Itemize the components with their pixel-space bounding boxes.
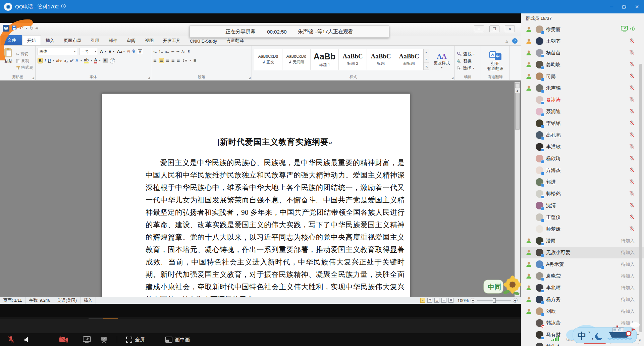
member-row[interactable]: 无敌小可爱待加入	[521, 247, 644, 258]
draft-view-button[interactable]: ☰	[448, 298, 453, 303]
paragraph-dialog-launcher[interactable]: ◢	[248, 76, 251, 80]
member-row[interactable]: 王蕴仪	[521, 211, 644, 223]
fullscreen-button[interactable]: 全屏	[126, 336, 145, 343]
grow-font-button[interactable]: A▲	[100, 49, 107, 54]
member-row[interactable]: 袁晓莹待加入	[521, 270, 644, 282]
styles-scroll-down-icon[interactable]: ▼	[424, 56, 429, 63]
member-row[interactable]: 杨苗苗	[521, 47, 644, 59]
shrink-font-button[interactable]: A▼	[109, 50, 115, 54]
member-row[interactable]: 王朝齐	[521, 35, 644, 47]
member-row[interactable]: 李铭铭	[521, 117, 644, 129]
tab-CNKI E-Study[interactable]: CNKI E-Study	[185, 37, 222, 45]
undo-icon[interactable]: ↶	[19, 25, 23, 31]
font-size-select[interactable]: 三号▾	[79, 48, 98, 55]
document-page[interactable]: |新时代爱国主义教育实施纲要↵ 爱国主义是中华民族的民族心、民族魂，是中华民族最…	[102, 93, 410, 297]
distribute-icon[interactable]: ☰	[177, 58, 180, 63]
ribbon-collapse-icon[interactable]: △	[505, 39, 508, 43]
insert-mode-indicator[interactable]: 插入	[80, 297, 96, 304]
styles-scroll-up-icon[interactable]: ▲	[424, 49, 429, 56]
phonetic-guide-icon[interactable]: 变	[131, 49, 136, 54]
shading-icon[interactable]: ◔	[189, 59, 192, 63]
save-icon[interactable]	[12, 25, 17, 31]
style-标题[interactable]: AaBbC标题	[367, 49, 395, 70]
member-row[interactable]: 刘欣待加入	[521, 305, 644, 317]
language-indicator[interactable]: 英语(美国)	[54, 297, 80, 304]
strikethrough-button[interactable]: abc	[56, 59, 62, 63]
styles-more-icon[interactable]: ▼̲	[424, 63, 429, 70]
style-标题 2[interactable]: AaBbC标题 2	[339, 49, 367, 70]
change-styles-button[interactable]: AA 更改样式 ▾	[431, 47, 452, 75]
member-row[interactable]: 沈清	[521, 200, 644, 211]
查找-button[interactable]: 查找▾	[457, 51, 479, 57]
word-minimize-button[interactable]: ─	[474, 26, 484, 32]
line-spacing-icon[interactable]: ⇕≡	[182, 58, 187, 63]
outline-view-button[interactable]: ≣	[441, 298, 446, 303]
qq-minimize-button[interactable]: ─	[606, 2, 616, 11]
numbering-icon[interactable]: 1≡	[159, 50, 163, 54]
char-shading-icon[interactable]: A	[103, 58, 108, 63]
increase-indent-icon[interactable]: ⇥	[176, 49, 179, 54]
microphone-muted-button[interactable]	[7, 336, 15, 344]
member-row[interactable]: 聂润迪	[521, 106, 644, 117]
tab-开发工具[interactable]: 开发工具	[158, 36, 185, 45]
speaker-button[interactable]	[23, 336, 30, 343]
camera-muted-button[interactable]	[59, 336, 68, 343]
clipboard-dialog-launcher[interactable]: ◢	[32, 76, 34, 80]
word-app-icon[interactable]: W	[3, 25, 9, 32]
document-title[interactable]: |新时代爱国主义教育实施纲要↵	[146, 137, 405, 147]
ime-ship-toolbar[interactable]: 中 ° ,	[566, 322, 643, 346]
char-border-icon[interactable]: A	[138, 49, 142, 54]
scroll-up-icon[interactable]: ▲	[516, 89, 519, 92]
format-painter-button[interactable]: 格式刷	[16, 65, 33, 70]
document-scrollbar[interactable]: ▲ ▼	[515, 82, 520, 297]
qq-close-button[interactable]: ✕	[632, 2, 642, 11]
document-body-text[interactable]: 爱国主义是中华民族的民族心、民族魂，是中华民族最重要的精神财富，是中国人民和中华…	[146, 157, 405, 297]
clear-format-icon[interactable]: A̸	[127, 49, 129, 54]
member-row[interactable]: 郭松鹤	[521, 188, 644, 200]
style-正文[interactable]: AaBbCcDd↲ 正文	[254, 49, 282, 70]
member-row[interactable]: 李洪敏	[521, 141, 644, 153]
underline-button[interactable]: U	[48, 58, 51, 63]
highlight-color-icon[interactable]: ab	[84, 58, 89, 63]
ruler-toggle-button[interactable]	[515, 83, 520, 88]
zoom-slider-knob[interactable]	[493, 298, 496, 303]
member-row[interactable]: 姜昀岐	[521, 59, 644, 70]
style-副标题[interactable]: AaBbC副标题	[395, 49, 423, 70]
member-row[interactable]: A冉米贺待加入	[521, 258, 644, 270]
screen-share-button[interactable]	[83, 336, 91, 343]
align-center-icon[interactable]: ☰	[159, 58, 164, 63]
替换-button[interactable]: ab替换	[457, 58, 479, 64]
tab-视图[interactable]: 视图	[140, 36, 158, 45]
member-row[interactable]: 朱声锦	[521, 82, 644, 94]
redo-icon[interactable]: ↻	[30, 25, 34, 31]
member-row[interactable]: 高孔亮	[521, 129, 644, 141]
tab-审阅[interactable]: 审阅	[122, 36, 140, 45]
subscript-button[interactable]: x₂	[64, 58, 68, 63]
tab-邮件[interactable]: 邮件	[104, 36, 122, 45]
bold-button[interactable]: B	[38, 58, 43, 63]
font-color-icon[interactable]: A	[94, 58, 97, 63]
superscript-button[interactable]: x²	[70, 58, 73, 63]
pilcrow-icon[interactable]: ¶	[188, 50, 190, 54]
member-row[interactable]: 杨欣琦	[521, 153, 644, 164]
member-row[interactable]: 夏冰涛	[521, 94, 644, 106]
member-row[interactable]: 徐雯丽	[521, 23, 644, 35]
zoom-slider[interactable]	[477, 300, 511, 301]
member-row[interactable]: 郭进	[521, 176, 644, 188]
font-dialog-launcher[interactable]: ◢	[148, 76, 150, 80]
zoom-in-button[interactable]: +	[513, 298, 518, 303]
tab-引用[interactable]: 引用	[86, 36, 104, 45]
print-layout-view-button[interactable]: ≡	[420, 298, 425, 303]
bullets-icon[interactable]: •≡	[153, 50, 157, 54]
sort-icon[interactable]: A↓	[181, 50, 186, 54]
zoom-level[interactable]: 100%	[458, 298, 469, 303]
word-count[interactable]: 字数: 9,246	[25, 297, 54, 304]
qq-maximize-button[interactable]	[619, 2, 629, 11]
undo-dropdown-icon[interactable]: ▾	[26, 27, 27, 30]
borders-icon[interactable]: ⊞	[194, 58, 197, 63]
member-row[interactable]: 李兆晴待加入	[521, 282, 644, 294]
word-restore-button[interactable]: ❐	[489, 26, 499, 32]
change-case-button[interactable]: Aa▾	[117, 49, 125, 54]
zoom-out-button[interactable]: −	[471, 298, 475, 303]
member-row[interactable]: 杨方秀待加入	[521, 294, 644, 305]
